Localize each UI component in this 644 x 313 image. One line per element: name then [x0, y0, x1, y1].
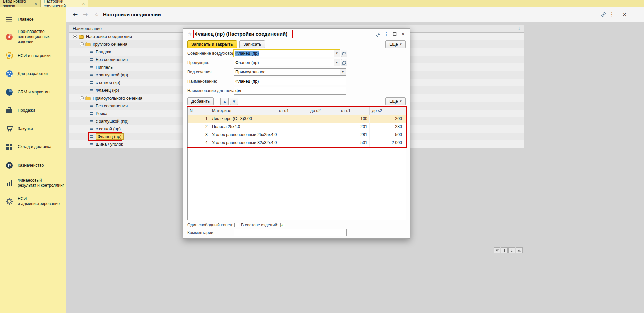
scroll-down-button[interactable]: [508, 247, 515, 253]
element-icon: [89, 89, 93, 92]
more-menu-icon[interactable]: ⋮: [609, 11, 614, 17]
sidebar-item-main[interactable]: Главное: [5, 15, 64, 24]
close-form-icon[interactable]: ×: [622, 11, 627, 17]
table-more-button[interactable]: Еще▼: [385, 97, 406, 105]
tab-connection-settings[interactable]: Настройки соединений ×: [41, 0, 88, 7]
comment-label: Комментарий:: [187, 230, 234, 235]
pie-circle-icon: [5, 87, 14, 97]
sort-direction-icon: ↓: [517, 26, 521, 31]
in-products-checkbox[interactable]: ✓: [280, 223, 285, 227]
scroll-up-button[interactable]: [501, 247, 508, 253]
scroll-top-button[interactable]: [494, 247, 500, 253]
tree-column-title: Наименование: [73, 26, 102, 31]
tree-item-label: Фланец (пр): [96, 133, 124, 140]
field-label: Соединение воздуховода:: [187, 51, 234, 56]
element-icon: [89, 135, 93, 138]
sidebar-item-sales[interactable]: Продажи: [5, 106, 64, 115]
collapse-icon[interactable]: [73, 34, 77, 39]
field-label: Вид сечения:: [187, 70, 234, 74]
tree-item-label: Рейка: [96, 111, 107, 116]
sidebar-item-purchases[interactable]: Закупки: [5, 124, 64, 133]
sidebar-item-production[interactable]: Производство вентиляционных изделий: [5, 29, 64, 44]
dialog-command-bar: Записать и закрыть Записать Еще▼: [187, 40, 406, 49]
sidebar-item-development[interactable]: Для разработки: [5, 69, 64, 78]
tree-item-label: с сеткой (кр): [96, 80, 120, 85]
link-icon[interactable]: [601, 12, 606, 17]
print-name-input[interactable]: [234, 87, 346, 95]
dropdown-arrow-icon[interactable]: ▼: [340, 69, 346, 75]
table-row[interactable]: 3 Уголок равнополочный 25х25х4.0 281 500: [188, 131, 406, 139]
sidebar-item-finance[interactable]: Финансовый результат и контроллинг: [5, 178, 64, 188]
tab-new-order[interactable]: Ввод нового заказа ×: [0, 0, 41, 7]
chevron-down-icon: ▼: [400, 100, 402, 103]
column-header[interactable]: до s2: [370, 107, 404, 115]
tree-item-label: Прямоугольного сечения: [93, 96, 142, 101]
connection-value: Фланец (пр): [235, 51, 259, 56]
sidebar-item-label: НСИ и настройки: [18, 53, 64, 58]
sidebar-item-label: Финансовый результат и контроллинг: [18, 178, 64, 188]
free-end-label: Один свободный конец:: [187, 223, 234, 227]
name-input[interactable]: [234, 78, 346, 85]
tree-item-label: Шина / уголок: [96, 142, 123, 147]
favorite-star-icon[interactable]: ☆: [94, 11, 99, 18]
move-up-button[interactable]: ▲: [220, 98, 229, 105]
add-row-button[interactable]: Добавить: [187, 97, 214, 105]
sidebar-item-warehouse[interactable]: Склад и доставка: [5, 142, 64, 151]
briefcase-icon: [5, 106, 14, 115]
sidebar-item-treasury[interactable]: P Казначейство: [5, 161, 64, 170]
element-icon: [89, 120, 93, 123]
back-button[interactable]: ←: [71, 10, 80, 19]
element-icon: [89, 81, 93, 84]
tab-close-icon[interactable]: ×: [34, 2, 37, 6]
tree-item-label: Бандаж: [96, 49, 111, 54]
sidebar-item-nsi-settings[interactable]: НСИ и настройки: [5, 51, 64, 60]
collapse-icon[interactable]: [80, 96, 84, 100]
open-element-button[interactable]: [341, 50, 347, 57]
tree-item-label: Ниппель: [96, 65, 113, 70]
tab-close-icon[interactable]: ×: [82, 2, 85, 6]
table-header-row: N Материал от d1 до d2 от s1 до s2: [188, 107, 406, 115]
tree-item-label: Без соединения: [96, 57, 128, 62]
free-end-checkbox[interactable]: [234, 223, 239, 227]
field-label: Наименование для печати:: [187, 88, 234, 93]
move-down-button[interactable]: ▼: [230, 98, 238, 105]
product-value: Фланец (пр): [234, 60, 334, 65]
dropdown-arrow-icon[interactable]: ▼: [334, 50, 340, 57]
column-header[interactable]: N: [188, 107, 210, 115]
comment-input[interactable]: [234, 229, 347, 236]
sidebar-item-label: CRM и маркетинг: [18, 90, 64, 95]
section-type-combo[interactable]: Прямоугольное ▼: [234, 68, 346, 76]
more-button[interactable]: Еще▼: [385, 40, 406, 48]
table-toolbar: Добавить ▲ ▼ Еще▼: [187, 97, 406, 105]
column-header[interactable]: от d1: [277, 107, 308, 115]
table-row[interactable]: 4 Уголок равнополочный 32х32х4.0 501 2 0…: [188, 139, 406, 147]
more-menu-icon[interactable]: ⋮: [384, 31, 389, 37]
connection-combo[interactable]: Фланец (пр) ▼: [234, 50, 340, 57]
element-icon: [89, 50, 93, 53]
forward-button[interactable]: →: [81, 10, 90, 19]
svg-text:P: P: [8, 163, 11, 168]
favorite-star-icon[interactable]: ☆: [188, 31, 192, 37]
element-icon: [89, 143, 93, 146]
maximize-icon[interactable]: [393, 32, 397, 36]
table-row[interactable]: 2 Полоса 25х4.0 201 280: [188, 123, 406, 131]
column-header[interactable]: до d2: [308, 107, 339, 115]
sidebar-item-administration[interactable]: НСИ и администрирование: [5, 196, 64, 206]
link-icon[interactable]: [376, 32, 381, 37]
close-dialog-icon[interactable]: ×: [401, 31, 405, 37]
collapse-icon[interactable]: [80, 42, 84, 46]
open-element-button[interactable]: [341, 59, 347, 66]
gear-icon: [5, 197, 14, 206]
column-header[interactable]: Материал: [210, 107, 277, 115]
product-combo[interactable]: Фланец (пр) ▼: [234, 59, 340, 66]
scroll-bottom-button[interactable]: [516, 247, 523, 253]
sidebar-item-crm[interactable]: CRM и маркетинг: [5, 87, 64, 97]
sidebar-item-label: Закупки: [18, 126, 64, 131]
save-and-close-button[interactable]: Записать и закрыть: [187, 40, 237, 48]
tree-item-label: Круглого сечения: [93, 42, 127, 47]
dropdown-arrow-icon[interactable]: ▼: [334, 59, 340, 66]
save-button[interactable]: Записать: [239, 40, 265, 48]
element-icon: [89, 127, 93, 130]
table-row[interactable]: 1 Лист черн.(Ст-3)3.00 100 200: [188, 115, 406, 123]
column-header[interactable]: от s1: [339, 107, 370, 115]
